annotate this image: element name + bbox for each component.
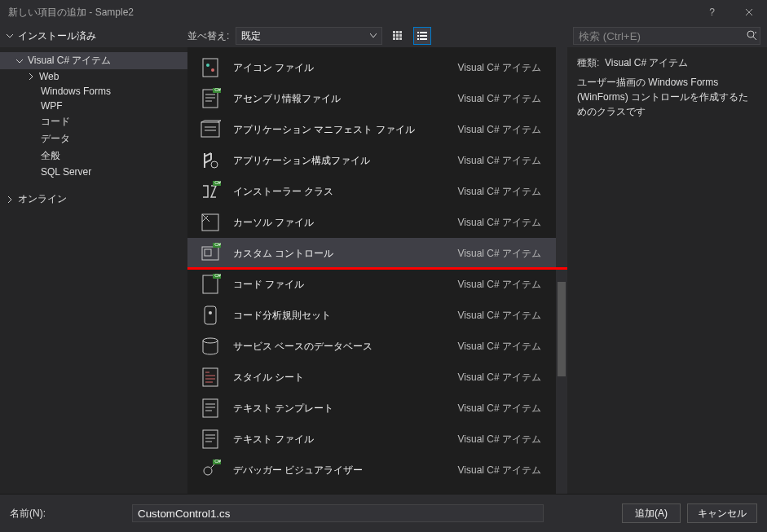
- svg-point-15: [747, 31, 754, 37]
- svg-point-18: [211, 68, 214, 72]
- search-input[interactable]: [573, 27, 760, 45]
- template-name: テキスト テンプレート: [233, 402, 447, 415]
- scrollbar[interactable]: [556, 47, 567, 494]
- template-item-row[interactable]: テキスト ファイルVisual C# アイテム: [187, 424, 556, 455]
- template-category: Visual C# アイテム: [458, 371, 544, 385]
- template-item-row[interactable]: C#インストーラー クラスVisual C# アイテム: [187, 176, 556, 207]
- svg-rect-38: [203, 399, 218, 417]
- template-category: Visual C# アイテム: [458, 92, 544, 106]
- template-icon: C#: [199, 180, 222, 203]
- template-icon: [199, 397, 222, 420]
- template-icon: C#: [199, 242, 222, 265]
- cancel-button[interactable]: キャンセル: [687, 503, 757, 523]
- annotation-redline: [187, 267, 567, 270]
- svg-text:C#: C#: [214, 274, 221, 278]
- search-icon[interactable]: [746, 29, 757, 41]
- template-name: アセンブリ情報ファイル: [233, 92, 447, 106]
- template-category: Visual C# アイテム: [458, 185, 544, 199]
- template-icon: C#: [199, 273, 222, 296]
- svg-rect-4: [396, 34, 399, 37]
- tree-item-label: 全般: [41, 149, 60, 163]
- template-item-row[interactable]: サービス ベースのデータベースVisual C# アイテム: [187, 331, 556, 362]
- help-button[interactable]: ?: [694, 0, 730, 24]
- name-input[interactable]: [132, 504, 544, 522]
- template-category: Visual C# アイテム: [458, 433, 544, 446]
- svg-rect-3: [393, 34, 395, 37]
- tree-item-code[interactable]: コード: [0, 113, 187, 130]
- svg-rect-14: [420, 38, 427, 40]
- bottom-bar: 名前(N): 追加(A) キャンセル: [0, 494, 767, 532]
- svg-rect-2: [399, 31, 402, 33]
- template-item-row[interactable]: C#コード ファイルVisual C# アイテム: [187, 269, 556, 300]
- add-button[interactable]: 追加(A): [622, 503, 681, 523]
- view-list-button[interactable]: [413, 27, 431, 45]
- chevron-right-icon: [28, 73, 36, 80]
- template-category: Visual C# アイテム: [458, 154, 544, 168]
- template-item-row[interactable]: C#カスタム コントロールVisual C# アイテム: [187, 238, 556, 269]
- detail-panel: 種類: Visual C# アイテム ユーザー描画の Windows Forms…: [567, 47, 767, 494]
- window-title: 新しい項目の追加 - Sample2: [8, 6, 134, 20]
- template-name: アプリケーション構成ファイル: [233, 154, 447, 168]
- template-item-row[interactable]: C#アセンブリ情報ファイルVisual C# アイテム: [187, 83, 556, 114]
- template-name: カスタム コントロール: [233, 247, 447, 261]
- tree-item-wpf[interactable]: WPF: [0, 99, 187, 113]
- svg-rect-8: [399, 37, 402, 40]
- template-name: デバッガー ビジュアライザー: [233, 464, 447, 477]
- template-icon: [199, 118, 222, 141]
- svg-rect-12: [420, 35, 427, 37]
- tree-item-web[interactable]: Web: [0, 69, 187, 84]
- template-name: テキスト ファイル: [233, 433, 447, 446]
- template-category: Visual C# アイテム: [458, 309, 544, 323]
- template-item-row[interactable]: アイコン ファイルVisual C# アイテム: [187, 52, 556, 83]
- svg-rect-11: [417, 35, 419, 37]
- template-item-row[interactable]: スタイル シートVisual C# アイテム: [187, 362, 556, 393]
- svg-rect-16: [203, 59, 218, 77]
- template-item-row[interactable]: テキスト テンプレートVisual C# アイテム: [187, 393, 556, 424]
- template-name: インストーラー クラス: [233, 185, 447, 199]
- template-category: Visual C# アイテム: [458, 61, 544, 75]
- tree-item-sqlserver[interactable]: SQL Server: [0, 165, 187, 179]
- template-icon: [199, 335, 222, 358]
- close-button[interactable]: [730, 0, 767, 24]
- chevron-down-icon: [16, 58, 24, 64]
- tree-item-label: SQL Server: [41, 166, 91, 178]
- tree-online[interactable]: オンライン: [0, 191, 187, 208]
- item-list-panel: アイコン ファイルVisual C# アイテムC#アセンブリ情報ファイルVisu…: [187, 47, 567, 494]
- type-label: 種類:: [577, 57, 599, 68]
- tree-item-winforms[interactable]: Windows Forms: [0, 84, 187, 99]
- installed-header[interactable]: インストール済み: [18, 29, 96, 43]
- template-icon: [199, 304, 222, 327]
- tree-item-general[interactable]: 全般: [0, 147, 187, 165]
- type-value: Visual C# アイテム: [605, 57, 688, 68]
- template-item-row[interactable]: アプリケーション マニフェスト ファイルVisual C# アイテム: [187, 114, 556, 145]
- svg-text:C#: C#: [214, 459, 221, 464]
- grid-icon: [393, 31, 403, 41]
- tree-root-csharp[interactable]: Visual C# アイテム: [0, 52, 187, 69]
- template-item-row[interactable]: C#デバッガー ビジュアライザーVisual C# アイテム: [187, 455, 556, 486]
- template-icon: [199, 149, 222, 172]
- svg-point-23: [211, 161, 218, 168]
- category-tree: Visual C# アイテム Web Windows Forms WPF コード…: [0, 47, 187, 494]
- template-category: Visual C# アイテム: [458, 464, 544, 477]
- svg-rect-10: [420, 32, 427, 33]
- template-item-row[interactable]: カーソル ファイルVisual C# アイテム: [187, 207, 556, 238]
- tree-item-label: Web: [39, 71, 59, 82]
- tree-item-label: Visual C# アイテム: [28, 54, 111, 68]
- svg-text:C#: C#: [214, 181, 221, 185]
- template-name: コード ファイル: [233, 278, 447, 292]
- scrollbar-thumb[interactable]: [558, 282, 566, 376]
- svg-text:C#: C#: [214, 243, 221, 247]
- template-item-row[interactable]: アプリケーション構成ファイルVisual C# アイテム: [187, 145, 556, 176]
- view-small-icons-button[interactable]: [389, 27, 407, 45]
- sort-select[interactable]: 既定: [236, 27, 382, 45]
- tree-item-label: オンライン: [18, 192, 67, 206]
- template-item-row[interactable]: コード分析規則セットVisual C# アイテム: [187, 300, 556, 331]
- tree-item-data[interactable]: データ: [0, 130, 187, 147]
- sort-value: 既定: [241, 29, 261, 43]
- svg-rect-22: [201, 122, 219, 137]
- svg-rect-9: [417, 32, 419, 33]
- svg-rect-39: [203, 430, 218, 448]
- tree-item-label: コード: [41, 115, 70, 129]
- close-icon: [745, 8, 753, 16]
- svg-rect-5: [399, 34, 402, 37]
